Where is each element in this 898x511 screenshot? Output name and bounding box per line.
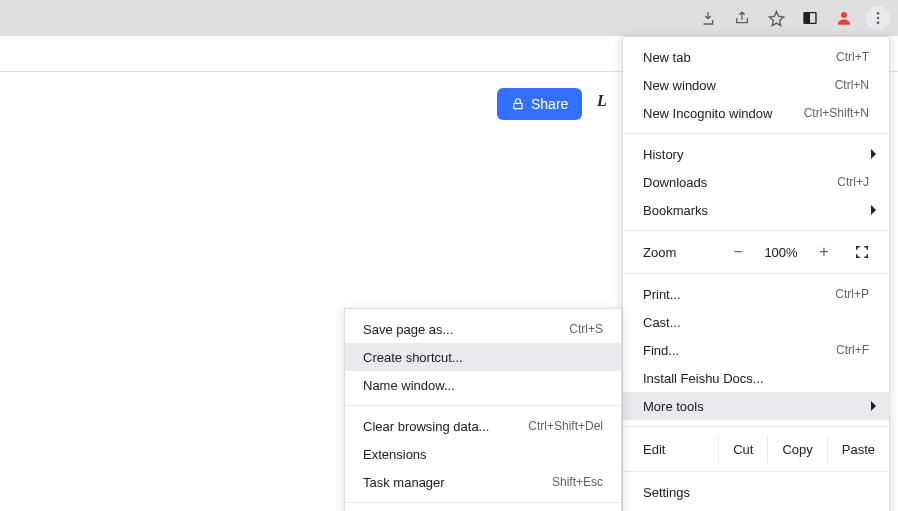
menu-label: Cast... (643, 315, 681, 330)
menu-separator (345, 502, 621, 503)
menu-label: More tools (643, 399, 704, 414)
menu-label: Print... (643, 287, 681, 302)
edit-label: Edit (623, 436, 718, 463)
menu-new-window[interactable]: New window Ctrl+N (623, 71, 889, 99)
lock-icon (511, 97, 525, 111)
edit-actions: Cut Copy Paste (718, 436, 889, 463)
menu-new-incognito[interactable]: New Incognito window Ctrl+Shift+N (623, 99, 889, 127)
svg-rect-1 (804, 13, 810, 24)
menu-shortcut: Ctrl+P (835, 287, 869, 301)
menu-shortcut: Ctrl+Shift+N (804, 106, 869, 120)
svg-point-2 (841, 12, 847, 18)
submenu-save-page[interactable]: Save page as... Ctrl+S (345, 315, 621, 343)
menu-install-app[interactable]: Install Feishu Docs... (623, 364, 889, 392)
menu-label: Install Feishu Docs... (643, 371, 764, 386)
zoom-value: 100% (761, 245, 801, 260)
zoom-label: Zoom (643, 245, 731, 260)
menu-more-tools[interactable]: More tools (623, 392, 889, 420)
menu-separator (623, 230, 889, 231)
paste-button[interactable]: Paste (827, 436, 889, 463)
fullscreen-icon[interactable] (855, 245, 869, 259)
chevron-right-icon (869, 149, 877, 159)
submenu-name-window[interactable]: Name window... (345, 371, 621, 399)
chevron-right-icon (869, 205, 877, 215)
menu-zoom-row: Zoom − 100% + (623, 237, 889, 267)
menu-history[interactable]: History (623, 140, 889, 168)
menu-find[interactable]: Find... Ctrl+F (623, 336, 889, 364)
svg-point-5 (877, 21, 880, 24)
menu-edit-row: Edit Cut Copy Paste (623, 433, 889, 465)
menu-shortcut: Ctrl+J (837, 175, 869, 189)
bookmark-star-icon[interactable] (764, 6, 788, 30)
share-button-label: Share (531, 96, 568, 112)
menu-downloads[interactable]: Downloads Ctrl+J (623, 168, 889, 196)
menu-shortcut: Ctrl+T (836, 50, 869, 64)
zoom-controls: − 100% + (731, 243, 869, 261)
side-panel-icon[interactable] (798, 6, 822, 30)
menu-help[interactable]: Help (623, 506, 889, 511)
menu-label: Create shortcut... (363, 350, 463, 365)
menu-label: Find... (643, 343, 679, 358)
menu-shortcut: Ctrl+S (569, 322, 603, 336)
menu-label: Extensions (363, 447, 427, 462)
menu-separator (623, 273, 889, 274)
copy-button[interactable]: Copy (767, 436, 826, 463)
submenu-extensions[interactable]: Extensions (345, 440, 621, 468)
menu-shortcut: Shift+Esc (552, 475, 603, 489)
menu-label: Settings (643, 485, 690, 500)
submenu-clear-browsing[interactable]: Clear browsing data... Ctrl+Shift+Del (345, 412, 621, 440)
menu-separator (623, 426, 889, 427)
menu-label: Task manager (363, 475, 445, 490)
chevron-right-icon (869, 401, 877, 411)
menu-settings[interactable]: Settings (623, 478, 889, 506)
menu-label: Save page as... (363, 322, 453, 337)
menu-label: Clear browsing data... (363, 419, 489, 434)
menu-label: New window (643, 78, 716, 93)
svg-point-4 (877, 17, 880, 20)
submenu-create-shortcut[interactable]: Create shortcut... (345, 343, 621, 371)
zoom-out-button[interactable]: − (731, 243, 745, 261)
menu-shortcut: Ctrl+Shift+Del (528, 419, 603, 433)
menu-new-tab[interactable]: New tab Ctrl+T (623, 43, 889, 71)
cut-button[interactable]: Cut (718, 436, 767, 463)
submenu-task-manager[interactable]: Task manager Shift+Esc (345, 468, 621, 496)
download-icon[interactable] (696, 6, 720, 30)
truncated-element: L (597, 92, 607, 110)
svg-rect-6 (514, 103, 522, 108)
menu-label: Name window... (363, 378, 455, 393)
share-button[interactable]: Share (497, 88, 582, 120)
menu-shortcut: Ctrl+N (835, 78, 869, 92)
menu-shortcut: Ctrl+F (836, 343, 869, 357)
menu-bookmarks[interactable]: Bookmarks (623, 196, 889, 224)
kebab-menu-icon[interactable] (866, 6, 890, 30)
menu-label: Bookmarks (643, 203, 708, 218)
menu-print[interactable]: Print... Ctrl+P (623, 280, 889, 308)
menu-label: History (643, 147, 683, 162)
menu-label: New tab (643, 50, 691, 65)
menu-separator (623, 471, 889, 472)
menu-separator (345, 405, 621, 406)
share-page-icon[interactable] (730, 6, 754, 30)
menu-label: Downloads (643, 175, 707, 190)
chrome-main-menu: New tab Ctrl+T New window Ctrl+N New Inc… (622, 36, 890, 511)
profile-avatar-icon[interactable] (832, 6, 856, 30)
menu-cast[interactable]: Cast... (623, 308, 889, 336)
svg-point-3 (877, 12, 880, 15)
zoom-in-button[interactable]: + (817, 243, 831, 261)
more-tools-submenu: Save page as... Ctrl+S Create shortcut..… (344, 308, 622, 511)
menu-separator (623, 133, 889, 134)
browser-toolbar (0, 0, 898, 36)
menu-label: New Incognito window (643, 106, 772, 121)
